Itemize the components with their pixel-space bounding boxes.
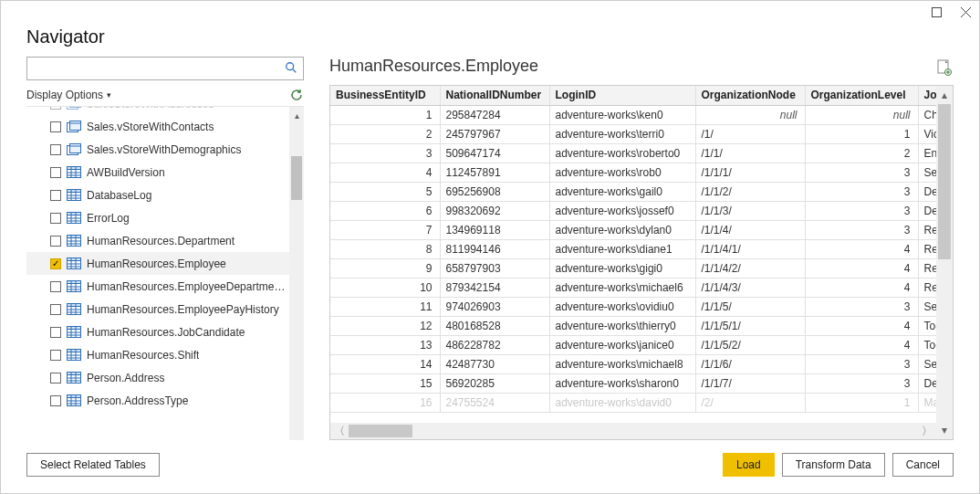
- column-header[interactable]: OrganizationNode: [695, 86, 805, 105]
- table-cell: Des: [918, 201, 936, 220]
- table-cell: 42487730: [440, 354, 549, 373]
- checkbox[interactable]: [50, 350, 61, 361]
- checkbox[interactable]: [50, 167, 61, 178]
- table-row[interactable]: 1295847284adventure-works\ken0nullnullCh…: [330, 105, 936, 124]
- svg-rect-57: [68, 326, 81, 329]
- table-row[interactable]: 9658797903adventure-works\gigi0/1/1/4/2/…: [330, 258, 936, 278]
- table-row[interactable]: 11974026903adventure-works\ovidiu0/1/1/5…: [330, 297, 936, 316]
- hscroll-thumb[interactable]: [349, 425, 412, 437]
- preview-options-icon[interactable]: [937, 59, 952, 74]
- tree-item[interactable]: ✓HumanResources.Employee: [26, 252, 289, 275]
- column-header[interactable]: OrganizationLevel: [805, 86, 918, 105]
- table-row[interactable]: 5695256908adventure-works\gail0/1/1/2/3D…: [330, 182, 936, 201]
- scroll-up-icon[interactable]: ▴: [942, 86, 947, 104]
- scroll-down-icon[interactable]: ▾: [942, 421, 947, 439]
- column-header[interactable]: JobTitle: [918, 86, 936, 105]
- table-cell: /1/1/5/: [695, 297, 805, 316]
- table-cell: 15: [330, 373, 440, 393]
- vertical-scrollbar[interactable]: ▴ ▾: [936, 86, 953, 439]
- close-icon[interactable]: [959, 5, 972, 18]
- scroll-right-icon[interactable]: 〉: [918, 424, 936, 439]
- horizontal-scrollbar[interactable]: 〈 〉: [330, 423, 936, 439]
- table-cell: Vice: [918, 124, 936, 143]
- tree-item[interactable]: Sales.vStoreWithDemographics: [26, 138, 289, 161]
- refresh-icon[interactable]: [289, 88, 304, 102]
- tree-item[interactable]: HumanResources.EmployeeDepartmen...: [26, 275, 289, 298]
- load-button[interactable]: Load: [723, 453, 775, 477]
- tree-item-label: HumanResources.EmployeeDepartmen...: [87, 280, 289, 293]
- cancel-button[interactable]: Cancel: [892, 453, 954, 477]
- object-tree[interactable]: SalesStoreWithAddressesSales.vStoreWithC…: [26, 107, 289, 440]
- table-cell: adventure-works\ken0: [549, 105, 695, 124]
- table-row[interactable]: 3509647174adventure-works\roberto0/1/1/2…: [330, 143, 936, 163]
- table-cell: 2: [805, 143, 918, 163]
- table-cell: 5: [330, 182, 440, 201]
- table-cell: Res: [918, 239, 936, 258]
- table-icon: [67, 303, 81, 316]
- column-header[interactable]: BusinessEntityID: [330, 86, 440, 105]
- preview-pane: HumanResources.Employee BusinessEntityID…: [329, 57, 954, 440]
- table-row[interactable]: 1624755524adventure-works\david0/2/1Ma: [330, 393, 936, 412]
- view-icon: [67, 121, 81, 133]
- table-row[interactable]: 10879342154adventure-works\michael6/1/1/…: [330, 278, 936, 297]
- svg-rect-51: [68, 303, 81, 306]
- tree-item[interactable]: Person.Address: [26, 366, 289, 389]
- maximize-icon[interactable]: [930, 5, 943, 18]
- table-row[interactable]: 12480168528adventure-works\thierry0/1/1/…: [330, 316, 936, 335]
- search-input-wrapper[interactable]: [26, 57, 304, 80]
- table-cell: Chie: [918, 105, 936, 124]
- tree-item[interactable]: DatabaseLog: [26, 184, 289, 206]
- tree-item-label: HumanResources.Employee: [87, 258, 226, 270]
- tree-item-label: HumanResources.Shift: [87, 349, 199, 362]
- table-row[interactable]: 4112457891adventure-works\rob0/1/1/1/3Se…: [330, 163, 936, 182]
- table-cell: adventure-works\janice0: [549, 335, 695, 354]
- table-row[interactable]: 13486228782adventure-works\janice0/1/1/5…: [330, 335, 936, 354]
- data-grid[interactable]: BusinessEntityIDNationalIDNumberLoginIDO…: [330, 86, 936, 439]
- table-cell: Res: [918, 258, 936, 278]
- checkbox[interactable]: [50, 373, 61, 384]
- checkbox[interactable]: [50, 213, 61, 224]
- tree-item[interactable]: Person.AddressType: [26, 389, 289, 412]
- table-cell: adventure-works\david0: [549, 393, 695, 412]
- tree-item-label: Sales.vStoreWithDemographics: [87, 143, 241, 156]
- table-row[interactable]: 6998320692adventure-works\jossef0/1/1/3/…: [330, 201, 936, 220]
- tree-item[interactable]: HumanResources.EmployeePayHistory: [26, 298, 289, 321]
- table-icon: [67, 326, 81, 339]
- table-row[interactable]: 1556920285adventure-works\sharon0/1/1/7/…: [330, 373, 936, 393]
- tree-item[interactable]: SalesStoreWithAddresses: [26, 107, 289, 115]
- scroll-thumb[interactable]: [291, 156, 302, 200]
- table-row[interactable]: 2245797967adventure-works\terri0/1/1Vice: [330, 124, 936, 143]
- search-icon[interactable]: [285, 61, 297, 77]
- checkbox[interactable]: [50, 281, 61, 292]
- vscroll-thumb[interactable]: [938, 104, 951, 259]
- search-input[interactable]: [33, 58, 285, 79]
- checkbox[interactable]: [50, 327, 61, 338]
- tree-item[interactable]: HumanResources.JobCandidate: [26, 321, 289, 343]
- checkbox[interactable]: [50, 144, 61, 155]
- tree-item[interactable]: Sales.vStoreWithContacts: [26, 115, 289, 138]
- tree-item[interactable]: ErrorLog: [26, 206, 289, 229]
- checkbox[interactable]: [50, 236, 61, 247]
- checkbox[interactable]: [50, 107, 61, 110]
- scroll-up-icon[interactable]: ▴: [295, 110, 299, 125]
- column-header[interactable]: LoginID: [549, 86, 695, 105]
- transform-data-button[interactable]: Transform Data: [782, 453, 885, 477]
- checkbox[interactable]: [50, 121, 61, 132]
- scroll-left-icon[interactable]: 〈: [330, 424, 349, 439]
- tree-item[interactable]: HumanResources.Department: [26, 229, 289, 252]
- tree-scrollbar[interactable]: ▴: [289, 107, 304, 440]
- display-options-label: Display Options: [26, 89, 103, 101]
- select-related-tables-button[interactable]: Select Related Tables: [26, 453, 160, 477]
- display-options-dropdown[interactable]: Display Options ▾: [26, 89, 111, 101]
- table-row[interactable]: 1442487730adventure-works\michael8/1/1/6…: [330, 354, 936, 373]
- tree-item[interactable]: HumanResources.Shift: [26, 343, 289, 366]
- checkbox[interactable]: [50, 304, 61, 315]
- table-row[interactable]: 8811994146adventure-works\diane1/1/1/4/1…: [330, 239, 936, 258]
- table-row[interactable]: 7134969118adventure-works\dylan0/1/1/4/3…: [330, 220, 936, 239]
- table-cell: 134969118: [440, 220, 549, 239]
- checkbox[interactable]: [50, 395, 61, 406]
- column-header[interactable]: NationalIDNumber: [440, 86, 549, 105]
- checkbox[interactable]: ✓: [50, 258, 61, 269]
- checkbox[interactable]: [50, 190, 61, 201]
- tree-item[interactable]: AWBuildVersion: [26, 161, 289, 184]
